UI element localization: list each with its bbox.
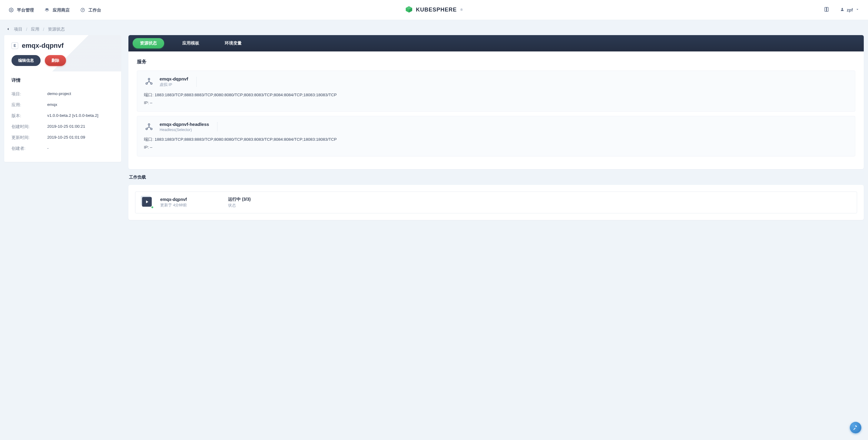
ports-label: 端口: bbox=[144, 93, 155, 97]
docs-icon[interactable] bbox=[824, 7, 829, 13]
kv-project: 项目: demo-project bbox=[11, 89, 114, 100]
resource-badge: E bbox=[11, 42, 18, 49]
ports-value: 1883:1883/TCP;8883:8883/TCP;8080:8080/TC… bbox=[155, 137, 337, 142]
tab-app-template[interactable]: 应用模板 bbox=[175, 38, 207, 48]
brand-text: KUBESPHERE bbox=[416, 7, 457, 13]
logo-mark-icon bbox=[405, 5, 413, 14]
kv-app: 应用: emqx bbox=[11, 100, 114, 110]
ports-value: 1883:1883/TCP;8883:8883/TCP;8080:8080/TC… bbox=[155, 93, 337, 97]
service-icon bbox=[144, 122, 154, 132]
workloads-card: emqx-dqpnvf 更新于 4分钟前 运行中 (3/3) 状态 bbox=[128, 185, 864, 220]
breadcrumb: 项目 / 应用 / 资源状态 bbox=[0, 20, 868, 35]
brand-logo[interactable]: KUBESPHERE ® bbox=[405, 5, 463, 14]
kv-creator: 创建者: - bbox=[11, 143, 114, 154]
details-heading: 详情 bbox=[11, 77, 114, 83]
resource-header: E emqx-dqpnvf 编辑信息 删除 bbox=[4, 35, 121, 71]
nav-label: 应用商店 bbox=[53, 0, 70, 20]
main-column: 资源状态 应用模板 环境变量 服务 bbox=[128, 35, 864, 220]
toolbox-fab[interactable] bbox=[850, 422, 861, 433]
workload-item[interactable]: emqx-dqpnvf 更新于 4分钟前 运行中 (3/3) 状态 bbox=[135, 192, 857, 213]
nav-workbench[interactable]: 工作台 bbox=[80, 0, 101, 20]
service-subtitle: 虚拟 IP bbox=[160, 82, 188, 88]
service-card[interactable]: emqx-dqpnvf 虚拟 IP 端口: 1883:1883/TCP;8883… bbox=[137, 70, 855, 112]
topbar-left: 平台管理 应用商店 工作台 bbox=[8, 0, 101, 20]
back-icon[interactable] bbox=[6, 27, 10, 32]
gear-icon bbox=[8, 7, 14, 13]
service-name: emqx-dqpnvf bbox=[160, 76, 188, 81]
play-icon bbox=[142, 197, 152, 207]
ports-label: 端口: bbox=[144, 137, 155, 142]
kv-updated: 更新时间: 2019-10-25 01:01:09 bbox=[11, 132, 114, 143]
details-panel: 详情 项目: demo-project 应用: emqx 版本: v1.0.0-… bbox=[4, 71, 121, 162]
tab-env-vars[interactable]: 环境变量 bbox=[217, 38, 249, 48]
crumb-sep: / bbox=[43, 27, 44, 32]
svg-point-6 bbox=[841, 8, 843, 9]
tabs-card: 资源状态 应用模板 环境变量 服务 bbox=[128, 35, 864, 169]
ip-label: IP: bbox=[144, 100, 150, 105]
svg-point-7 bbox=[148, 78, 150, 80]
tabs-head: 资源状态 应用模板 环境变量 bbox=[128, 35, 864, 52]
ip-label: IP: bbox=[144, 145, 150, 149]
service-card[interactable]: emqx-dqpnvf-headless Headless(Selector) … bbox=[137, 116, 855, 156]
service-name: emqx-dqpnvf-headless bbox=[160, 122, 209, 127]
svg-point-2 bbox=[82, 10, 83, 10]
nav-platform-mgmt[interactable]: 平台管理 bbox=[8, 0, 34, 20]
kv-created: 创建时间: 2019-10-25 01:00:21 bbox=[11, 121, 114, 132]
kv-version: 版本: v1.0.0-beta.2 [v1.0.0-beta.2] bbox=[11, 110, 114, 121]
ip-value: – bbox=[150, 145, 152, 149]
edit-button[interactable]: 编辑信息 bbox=[11, 55, 40, 66]
user-menu[interactable]: zpf bbox=[840, 7, 860, 12]
workloads-heading: 工作负载 bbox=[128, 174, 864, 180]
nav-app-store[interactable]: 应用商店 bbox=[44, 0, 70, 20]
services-section: 服务 emqx-dqpnvf 虚拟 IP bbox=[128, 52, 864, 169]
brand-reg: ® bbox=[460, 8, 463, 11]
workload-updated: 更新于 4分钟前 bbox=[160, 203, 221, 208]
chevron-down-icon bbox=[855, 7, 860, 12]
service-subtitle: Headless(Selector) bbox=[160, 128, 209, 132]
delete-button[interactable]: 删除 bbox=[45, 55, 66, 66]
ip-value: – bbox=[150, 100, 152, 105]
page-body: E emqx-dqpnvf 编辑信息 删除 详情 项目: demo-projec… bbox=[0, 35, 868, 232]
topbar: 平台管理 应用商店 工作台 K bbox=[0, 0, 868, 20]
nav-label: 平台管理 bbox=[17, 0, 34, 20]
nav-label: 工作台 bbox=[88, 0, 101, 20]
workload-state: 运行中 (3/3) bbox=[228, 197, 251, 202]
services-heading: 服务 bbox=[137, 59, 855, 65]
crumb-current: 资源状态 bbox=[48, 27, 65, 32]
crumb-project[interactable]: 项目 bbox=[14, 27, 23, 32]
hammer-icon bbox=[853, 425, 858, 431]
workload-name: emqx-dqpnvf bbox=[160, 197, 221, 202]
user-name: zpf bbox=[847, 7, 853, 12]
svg-point-10 bbox=[148, 124, 150, 125]
gauge-icon bbox=[80, 7, 85, 13]
tab-resource-status[interactable]: 资源状态 bbox=[133, 38, 164, 48]
workload-icon-wrap bbox=[142, 197, 153, 208]
status-dot-icon bbox=[151, 206, 154, 209]
topbar-right: zpf bbox=[824, 7, 860, 13]
workload-state-sub: 状态 bbox=[228, 203, 251, 208]
crumb-app[interactable]: 应用 bbox=[31, 27, 39, 32]
layers-icon bbox=[44, 7, 50, 13]
resource-title: emqx-dqpnvf bbox=[22, 42, 64, 49]
crumb-sep: / bbox=[26, 27, 27, 32]
svg-point-0 bbox=[10, 9, 12, 10]
service-icon bbox=[144, 76, 154, 87]
user-icon bbox=[840, 7, 844, 12]
resource-side-card: E emqx-dqpnvf 编辑信息 删除 详情 项目: demo-projec… bbox=[4, 35, 121, 162]
